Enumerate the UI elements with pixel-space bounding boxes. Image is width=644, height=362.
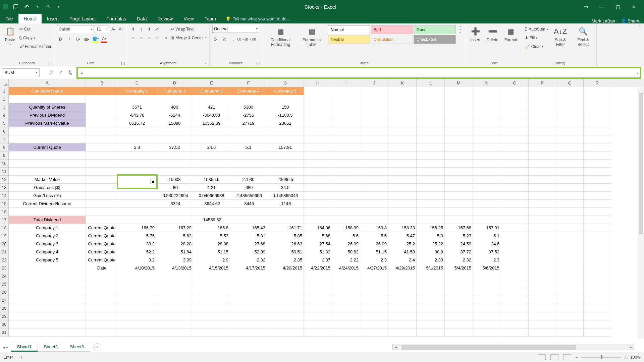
tab-review[interactable]: Review [152, 14, 178, 23]
row-header[interactable]: 14 [0, 192, 9, 200]
cell[interactable] [584, 135, 611, 143]
cell[interactable] [360, 184, 388, 192]
cell[interactable] [156, 216, 193, 224]
tell-me-search[interactable]: 💡 Tell me what you want to do... [221, 14, 294, 23]
dialog-launcher-icon[interactable]: ↘ [204, 62, 207, 65]
cell[interactable] [556, 87, 584, 95]
cell[interactable] [584, 168, 611, 176]
cell[interactable] [529, 264, 556, 272]
cell[interactable] [445, 200, 473, 208]
scroll-left-icon[interactable]: ◂ [393, 345, 399, 350]
zoom-out-icon[interactable]: − [575, 355, 578, 360]
conditional-formatting-button[interactable]: ▦Conditional Formatting [265, 25, 296, 48]
cell[interactable] [556, 216, 584, 224]
cell[interactable] [304, 87, 332, 95]
cell[interactable] [584, 272, 611, 280]
cell[interactable] [529, 328, 556, 337]
cell[interactable] [193, 208, 230, 216]
cell[interactable] [388, 135, 417, 143]
qat-customize-icon[interactable]: ▾ [56, 4, 62, 10]
fill-color-button[interactable]: 🪣▾ [92, 36, 99, 43]
cell[interactable]: Company 3 [193, 87, 230, 95]
cell[interactable] [529, 232, 556, 240]
align-center-icon[interactable]: ≡ [138, 35, 145, 41]
cell[interactable]: 4/17/2015 [230, 264, 267, 272]
cell[interactable] [304, 280, 332, 288]
cell[interactable] [86, 216, 118, 224]
cell[interactable] [332, 272, 360, 280]
cell[interactable]: -14559.62 [193, 216, 230, 224]
cell[interactable] [417, 143, 445, 152]
cell[interactable] [388, 320, 417, 328]
cell[interactable] [360, 296, 388, 304]
cell[interactable]: 4/10/2015 [118, 264, 156, 272]
page-break-view-icon[interactable] [563, 354, 571, 360]
cell[interactable] [529, 127, 556, 135]
cell[interactable] [332, 296, 360, 304]
cell[interactable] [9, 296, 86, 304]
cell[interactable] [118, 152, 156, 160]
cell[interactable]: -2756 [230, 111, 267, 119]
cell[interactable] [556, 296, 584, 304]
cell[interactable] [584, 328, 611, 337]
tab-view[interactable]: View [178, 14, 199, 23]
cell[interactable] [473, 328, 501, 337]
cell[interactable]: Company 1 [9, 224, 86, 232]
cell[interactable] [86, 95, 118, 103]
row-header[interactable]: 27 [0, 296, 9, 304]
cell[interactable]: 5/1/2015 [417, 264, 445, 272]
cell[interactable] [267, 216, 304, 224]
cell[interactable]: 26.63 [267, 240, 304, 248]
tab-formulas[interactable]: Formulas [101, 14, 131, 23]
cell[interactable] [388, 200, 417, 208]
cell[interactable] [304, 192, 332, 200]
cell[interactable] [332, 87, 360, 95]
cell[interactable]: 5.5 [360, 232, 388, 240]
cell[interactable] [86, 168, 118, 176]
decrease-indent-icon[interactable]: ⇤ [154, 35, 161, 41]
cell[interactable] [9, 304, 86, 312]
row-header[interactable]: 3 [0, 103, 9, 111]
comma-icon[interactable]: , [230, 36, 236, 43]
cell[interactable] [193, 288, 230, 296]
cell[interactable] [332, 288, 360, 296]
column-header[interactable]: N [473, 79, 501, 87]
formula-input[interactable]: = ⌄ [76, 67, 641, 79]
normal-view-icon[interactable] [538, 354, 546, 360]
cell[interactable] [332, 200, 360, 208]
cell[interactable] [556, 95, 584, 103]
cell[interactable] [501, 127, 529, 135]
cell[interactable] [360, 127, 388, 135]
cell[interactable]: Current Quote [86, 240, 118, 248]
cell[interactable]: 159.8 [360, 224, 388, 232]
cell[interactable] [584, 248, 611, 256]
row-header[interactable]: 16 [0, 208, 9, 216]
cell[interactable] [388, 127, 417, 135]
cell[interactable] [417, 119, 445, 127]
cell[interactable] [304, 304, 332, 312]
cell[interactable] [501, 312, 529, 320]
cell[interactable] [360, 216, 388, 224]
cell[interactable] [473, 127, 501, 135]
cell[interactable] [360, 192, 388, 200]
cell[interactable] [556, 135, 584, 143]
cell[interactable]: 8516.72 [118, 119, 156, 127]
cell[interactable] [193, 168, 230, 176]
cell[interactable] [332, 304, 360, 312]
zoom-slider[interactable] [581, 357, 621, 358]
cell[interactable]: 51.32 [304, 248, 332, 256]
cell[interactable] [267, 127, 304, 135]
last-sheet-icon[interactable]: ▸ [6, 345, 8, 350]
minimize-icon[interactable]: — [596, 4, 607, 9]
align-bottom-icon[interactable]: ⬇ [146, 26, 153, 33]
cell[interactable] [556, 111, 584, 119]
cell[interactable]: 5/4/2015 [445, 264, 473, 272]
cell[interactable] [332, 103, 360, 111]
cell[interactable] [193, 304, 230, 312]
cell[interactable] [473, 320, 501, 328]
cell[interactable] [445, 304, 473, 312]
cell[interactable] [556, 103, 584, 111]
cell[interactable] [388, 87, 417, 95]
cell[interactable] [118, 328, 156, 337]
cell[interactable] [193, 272, 230, 280]
